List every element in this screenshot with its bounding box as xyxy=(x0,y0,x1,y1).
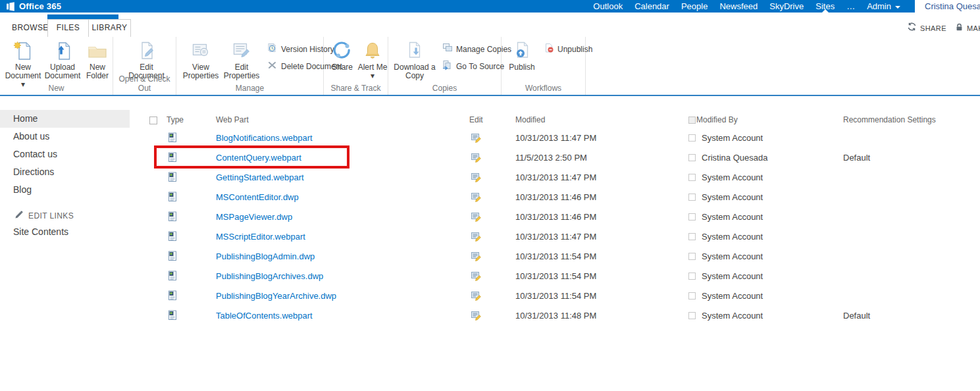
suitebar-outlook[interactable]: Outlook xyxy=(593,0,623,13)
file-link[interactable]: BlogNotifications.webpart xyxy=(216,133,313,143)
modified-by-header-label: Modified By xyxy=(696,115,738,124)
row-edit-button[interactable] xyxy=(469,251,515,261)
row-edit-button[interactable] xyxy=(469,231,515,242)
user-name[interactable]: Cristina Quesada xyxy=(925,0,980,13)
go-to-source-label: Go To Source xyxy=(456,62,504,71)
office365-logo-icon xyxy=(6,2,15,11)
tab-library[interactable]: LIBRARY xyxy=(88,19,131,37)
file-link[interactable]: PublishingBlogYearArchive.dwp xyxy=(216,291,336,301)
modified-by-name[interactable]: System Account xyxy=(702,133,763,143)
sidebar-item-site-contents[interactable]: Site Contents xyxy=(0,224,130,240)
column-header-edit[interactable]: Edit xyxy=(469,115,515,124)
ribbon-group-share-track: Share Alert Me ▾ Share & Track xyxy=(324,37,388,95)
table-row[interactable]: PublishingBlogArchives.dwp 10/31/2013 11… xyxy=(145,266,980,286)
suitebar-admin-menu[interactable]: Admin xyxy=(867,0,900,13)
ribbon-group-new: New Document ▾ Upload Document New Folde… xyxy=(0,37,113,95)
column-header-modified-by[interactable]: Modified By xyxy=(688,115,843,124)
file-link[interactable]: PublishingBlogAdmin.dwp xyxy=(216,251,315,261)
modified-by-name[interactable]: Cristina Quesada xyxy=(702,153,767,163)
row-modified-by-cell: System Account xyxy=(688,212,843,222)
sidebar-item-directions[interactable]: Directions xyxy=(0,163,130,181)
new-document-button[interactable]: New Document ▾ xyxy=(4,39,42,89)
table-row[interactable]: PublishingBlogYearArchive.dwp 10/31/2013… xyxy=(145,286,980,305)
make-button-clipped[interactable]: MAKI xyxy=(967,24,980,32)
modified-by-name[interactable]: System Account xyxy=(702,291,763,301)
row-edit-button[interactable] xyxy=(469,172,515,182)
modified-by-name[interactable]: System Account xyxy=(702,311,763,321)
column-header-recommendation-settings[interactable]: Recommendation Settings xyxy=(843,115,980,124)
row-name-cell: TableOfContents.webpart xyxy=(216,311,469,321)
share-page-button[interactable]: SHARE xyxy=(920,24,946,32)
row-edit-button[interactable] xyxy=(469,290,515,301)
office365-brand[interactable]: Office 365 xyxy=(0,1,61,11)
row-edit-button[interactable] xyxy=(469,132,515,143)
modified-by-name[interactable]: System Account xyxy=(702,212,763,222)
suitebar-more-ellipsis[interactable]: … xyxy=(846,0,855,13)
sidebar-item-blog[interactable]: Blog xyxy=(0,181,130,199)
column-header-type[interactable]: Type xyxy=(167,115,216,124)
unpublish-button[interactable]: Unpublish xyxy=(544,43,592,55)
share-button[interactable]: Share xyxy=(328,39,357,72)
table-row[interactable]: MSScriptEditor.webpart 10/31/2013 11:47 … xyxy=(145,226,980,246)
modified-by-name[interactable]: System Account xyxy=(702,271,763,281)
column-header-web-part[interactable]: Web Part xyxy=(216,115,469,124)
suitebar-sites[interactable]: Sites xyxy=(815,0,835,13)
view-properties-button[interactable]: View Properties xyxy=(180,39,221,80)
suitebar-people[interactable]: People xyxy=(681,0,708,13)
row-modified-by-cell: System Account xyxy=(688,133,843,143)
row-type-cell xyxy=(167,271,216,281)
file-link[interactable]: MSPageViewer.dwp xyxy=(216,212,292,222)
table-row[interactable]: ContentQuery.webpart 11/5/2013 2:50 PM C… xyxy=(145,147,980,167)
tab-browse[interactable]: BROWSE xyxy=(12,19,49,37)
publish-button[interactable]: Publish xyxy=(505,39,538,72)
presence-checkbox xyxy=(688,154,696,161)
row-edit-button[interactable] xyxy=(469,271,515,281)
row-edit-button[interactable] xyxy=(469,192,515,202)
edit-row-icon xyxy=(471,310,481,321)
contextual-tab-indicator xyxy=(47,14,118,19)
tab-files[interactable]: FILES xyxy=(47,19,89,37)
ribbon-group-workflows: Publish Unpublish Workflows xyxy=(502,37,586,95)
row-edit-button[interactable] xyxy=(469,211,515,222)
row-modified-by-cell: System Account xyxy=(688,192,843,202)
new-folder-button[interactable]: New Folder xyxy=(83,39,112,80)
column-header-modified[interactable]: Modified xyxy=(515,115,688,124)
share-label: Share xyxy=(332,63,353,72)
table-row[interactable]: GettingStarted.webpart 10/31/2013 11:47 … xyxy=(145,167,980,187)
upload-document-button[interactable]: Upload Document xyxy=(42,39,83,80)
sidebar-item-contact-us[interactable]: Contact us xyxy=(0,145,130,163)
manage-copies-icon xyxy=(442,43,453,55)
table-row[interactable]: MSPageViewer.dwp 10/31/2013 11:46 PM Sys… xyxy=(145,207,980,226)
file-link[interactable]: GettingStarted.webpart xyxy=(216,172,304,182)
sidebar-item-home[interactable]: Home xyxy=(0,110,130,128)
download-a-copy-button[interactable]: Download a Copy xyxy=(392,39,437,80)
presence-checkbox xyxy=(688,253,696,260)
edit-properties-icon xyxy=(232,41,251,61)
file-link[interactable]: PublishingBlogArchives.dwp xyxy=(216,271,323,281)
edit-properties-button[interactable]: Edit Properties xyxy=(221,39,262,80)
sidebar-item-about-us[interactable]: About us xyxy=(0,128,130,145)
file-link[interactable]: TableOfContents.webpart xyxy=(216,311,313,321)
suitebar-newsfeed[interactable]: Newsfeed xyxy=(719,0,758,13)
modified-by-name[interactable]: System Account xyxy=(702,172,763,182)
edit-links-button[interactable]: EDIT LINKS xyxy=(0,208,130,224)
table-row[interactable]: BlogNotifications.webpart 10/31/2013 11:… xyxy=(145,128,980,147)
suitebar-skydrive[interactable]: SkyDrive xyxy=(769,0,804,13)
table-row[interactable]: MSContentEditor.dwp 10/31/2013 11:46 PM … xyxy=(145,187,980,207)
modified-by-name[interactable]: System Account xyxy=(702,251,763,261)
file-link[interactable]: MSScriptEditor.webpart xyxy=(216,232,305,242)
row-modified-cell: 10/31/2013 11:46 PM xyxy=(515,212,688,222)
alert-me-button[interactable]: Alert Me ▾ xyxy=(357,39,388,80)
table-row[interactable]: TableOfContents.webpart 10/31/2013 11:48… xyxy=(145,305,980,325)
file-link[interactable]: MSContentEditor.dwp xyxy=(216,192,299,202)
row-name-cell: PublishingBlogAdmin.dwp xyxy=(216,251,469,261)
row-type-cell xyxy=(167,132,216,143)
row-edit-button[interactable] xyxy=(469,310,515,321)
table-row[interactable]: PublishingBlogAdmin.dwp 10/31/2013 11:54… xyxy=(145,246,980,266)
modified-by-name[interactable]: System Account xyxy=(702,232,763,242)
row-edit-button[interactable] xyxy=(469,152,515,163)
modified-by-name[interactable]: System Account xyxy=(702,192,763,202)
select-all-checkbox[interactable] xyxy=(149,117,157,124)
file-link[interactable]: ContentQuery.webpart xyxy=(216,153,301,163)
suitebar-calendar[interactable]: Calendar xyxy=(634,0,669,13)
